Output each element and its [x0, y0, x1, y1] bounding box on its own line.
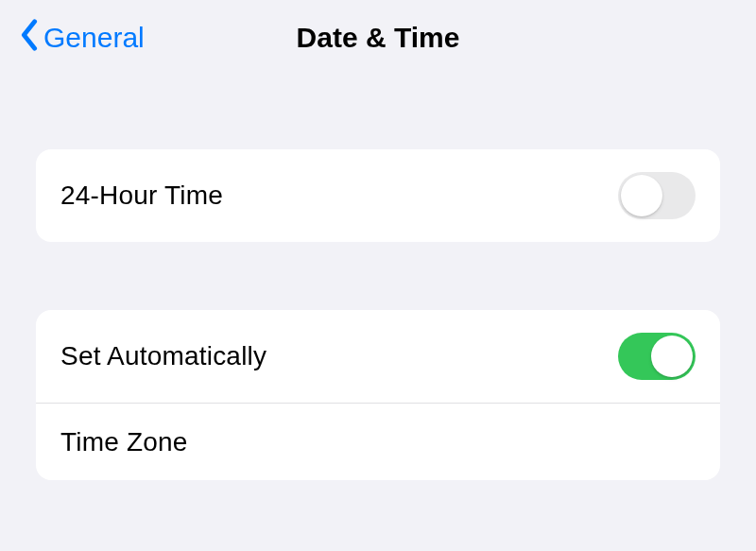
back-label: General — [43, 22, 145, 54]
row-label: Set Automatically — [60, 341, 266, 371]
page-title: Date & Time — [297, 22, 460, 54]
toggle-knob — [621, 175, 662, 216]
row-label: Time Zone — [60, 427, 188, 457]
nav-header: General Date & Time — [0, 0, 756, 76]
row-24-hour-time: 24-Hour Time — [36, 149, 720, 242]
settings-group-time-format: 24-Hour Time — [36, 149, 720, 242]
row-time-zone[interactable]: Time Zone — [36, 403, 720, 480]
toggle-knob — [651, 336, 693, 377]
settings-group-auto: Set Automatically Time Zone — [36, 310, 720, 480]
chevron-left-icon — [19, 19, 40, 58]
back-button[interactable]: General — [19, 19, 145, 58]
toggle-24-hour-time[interactable] — [618, 172, 696, 219]
row-set-automatically: Set Automatically — [36, 310, 720, 403]
toggle-set-automatically[interactable] — [618, 333, 696, 380]
row-label: 24-Hour Time — [60, 181, 223, 211]
